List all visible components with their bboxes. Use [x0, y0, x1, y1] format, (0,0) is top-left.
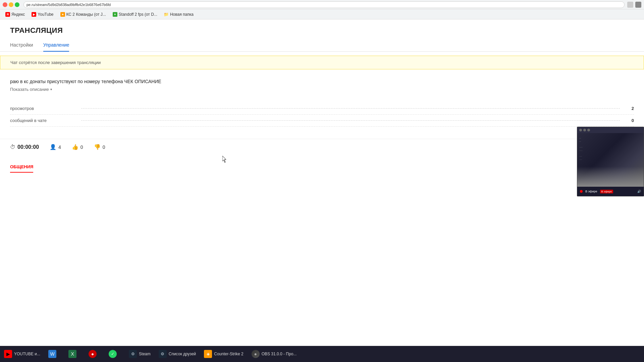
preview-line6: ..... [579, 158, 583, 161]
bookmark-standoff-label: Standoff 2 fps (от D... [119, 12, 157, 17]
taskbar-obs[interactable]: ● OBS 31.0.0 - Про... [248, 346, 301, 362]
maximize-button[interactable] [15, 2, 19, 7]
page-title: ТРАНСЛЯЦИЯ [10, 26, 634, 35]
page-header: ТРАНСЛЯЦИЯ [0, 19, 644, 35]
stat-row-views: просмотров 2 [10, 103, 634, 115]
tabs-bar: Настройки Управление [0, 39, 644, 52]
stat-row-messages: сообщений в чате 0 [10, 115, 634, 127]
extension-icon[interactable] [627, 2, 633, 8]
bookmark-cs[interactable]: ★ КС 2 Команды (от J... [58, 11, 109, 17]
volume-icon[interactable]: 🔊 [637, 190, 641, 193]
taskbar-steam[interactable]: ⚙ Steam [125, 346, 155, 362]
taskbar-whatsapp[interactable]: ✓ [105, 346, 125, 362]
taskbar-excel[interactable]: X [64, 346, 85, 362]
taskbar-cs-icon: ◈ [204, 350, 212, 358]
warning-text: Чат сотрётся после завершения трансляции [10, 60, 101, 65]
stat-dots [81, 108, 620, 109]
taskbar-cs-label: Counter-Strike 2 [214, 352, 243, 356]
bookmark-cs-label: КС 2 Команды (от J... [66, 12, 106, 17]
taskbar-word-icon: W [48, 350, 56, 358]
bookmark-yandex[interactable]: Я Яндекс [3, 11, 28, 17]
taskbar-steam-label: Steam [139, 352, 151, 356]
cs-icon: ★ [60, 12, 65, 17]
stat-views-label: просмотров [10, 106, 77, 111]
preview-window: ... ... ...... ...... ..... ..... В эфир… [577, 127, 644, 196]
taskbar-excel-icon: X [68, 350, 76, 358]
bottom-info-bar: ⏱ 00:00:00 👤 4 👍 0 👎 0 [0, 139, 644, 155]
viewers-item: 👤 4 [50, 144, 61, 150]
stat-dots-2 [81, 120, 620, 121]
timer-item: ⏱ 00:00:00 [10, 144, 39, 150]
bookmark-yandex-label: Яндекс [11, 12, 25, 17]
preview-line4: ...... [579, 149, 583, 152]
url-bar[interactable]: pe.ru/stream/5d9d2b838ad9bffb42e1b6876e6… [23, 1, 625, 8]
live-label-1: В эфире [585, 190, 597, 193]
dislikes-item: 👎 0 [94, 144, 105, 150]
preview-dot-3 [587, 129, 590, 131]
preview-line3: ...... [579, 145, 583, 148]
stat-messages-value: 0 [624, 118, 634, 123]
bookmark-standoff[interactable]: ✦ Standoff 2 fps (от D... [110, 11, 160, 17]
preview-dot-2 [583, 129, 586, 131]
youtube-icon: ▶ [32, 12, 36, 17]
taskbar-word[interactable]: W [44, 346, 64, 362]
live-badge: В эфире [600, 190, 613, 193]
preview-body: ... ... ...... ...... ..... ..... [577, 133, 644, 187]
preview-header [577, 127, 644, 133]
dislikes-count: 0 [103, 144, 105, 150]
taskbar-youtube[interactable]: ▶ YOUTUBE и... [0, 346, 44, 362]
browser-bar: pe.ru/stream/5d9d2b838ad9bffb42e1b6876e6… [0, 0, 644, 9]
chat-section: ОБЩЕНИЯ [0, 162, 644, 173]
taskbar-obs-icon: ● [252, 350, 260, 358]
dislike-icon: 👎 [94, 144, 101, 150]
taskbar-youtube-label: YOUTUBE и... [14, 352, 40, 356]
url-text: pe.ru/stream/5d9d2b838ad9bffb42e1b6876e6… [26, 3, 111, 7]
chat-tab[interactable]: ОБЩЕНИЯ [10, 162, 33, 173]
timer-icon: ⏱ [10, 144, 15, 150]
taskbar-steam2-icon: ⚙ [159, 350, 167, 358]
preview-line5: ..... [579, 155, 583, 157]
taskbar-youtube-icon: ▶ [4, 350, 12, 358]
show-description-button[interactable]: Показать описание ▾ [10, 87, 634, 92]
stat-messages-label: сообщений в чате [10, 118, 77, 123]
browser-window-controls [3, 2, 19, 7]
bookmarks-bar: Я Яндекс ▶ YouTube ★ КС 2 Команды (от J.… [0, 9, 644, 19]
live-indicator-dot [580, 190, 583, 193]
folder-icon: 📁 [164, 12, 169, 17]
stats-section: просмотров 2 сообщений в чате 0 [0, 97, 644, 132]
timer-value: 00:00:00 [17, 144, 39, 150]
standoff-icon: ✦ [113, 12, 117, 17]
stat-views-value: 2 [624, 106, 634, 111]
tab-management[interactable]: Управление [43, 39, 69, 52]
preview-gradient [577, 167, 644, 187]
preview-dot-1 [579, 129, 582, 131]
viewers-icon: 👤 [50, 144, 56, 150]
viewers-count: 4 [58, 144, 61, 150]
yandex-icon: Я [5, 12, 10, 17]
bookmark-youtube[interactable]: ▶ YouTube [29, 11, 56, 17]
likes-count: 0 [80, 144, 83, 150]
minimize-button[interactable] [9, 2, 13, 7]
taskbar-steam-friends[interactable]: ⚙ Список друзей [155, 346, 200, 362]
bookmark-folder[interactable]: 📁 Новая папка [161, 11, 196, 17]
taskbar-game-icon: ● [89, 350, 97, 358]
taskbar-cs[interactable]: ◈ Counter-Strike 2 [200, 346, 247, 362]
taskbar-steam-friends-label: Список друзей [169, 352, 196, 356]
taskbar-steam-icon: ⚙ [129, 350, 137, 358]
close-button[interactable] [3, 2, 7, 7]
warning-banner: Чат сотрётся после завершения трансляции [0, 56, 644, 69]
tab-settings[interactable]: Настройки [10, 39, 33, 52]
taskbar-game[interactable]: ● [85, 346, 105, 362]
description-text: раю в кс донаты присутствуют по номеру т… [10, 79, 634, 84]
extension-icon-2[interactable] [635, 2, 641, 8]
show-description-label: Показать описание [10, 87, 49, 92]
page-content: ТРАНСЛЯЦИЯ Настройки Управление Чат сотр… [0, 19, 644, 173]
bookmark-youtube-label: YouTube [38, 12, 53, 17]
chevron-down-icon: ▾ [50, 87, 52, 91]
taskbar-whatsapp-icon: ✓ [109, 350, 117, 358]
taskbar-obs-label: OBS 31.0.0 - Про... [262, 352, 297, 356]
likes-item: 👍 0 [72, 144, 83, 150]
preview-footer: В эфире В эфире 🔊 [577, 187, 644, 196]
description-section: раю в кс донаты присутствуют по номеру т… [0, 73, 644, 97]
preview-line1: ... [579, 136, 583, 139]
